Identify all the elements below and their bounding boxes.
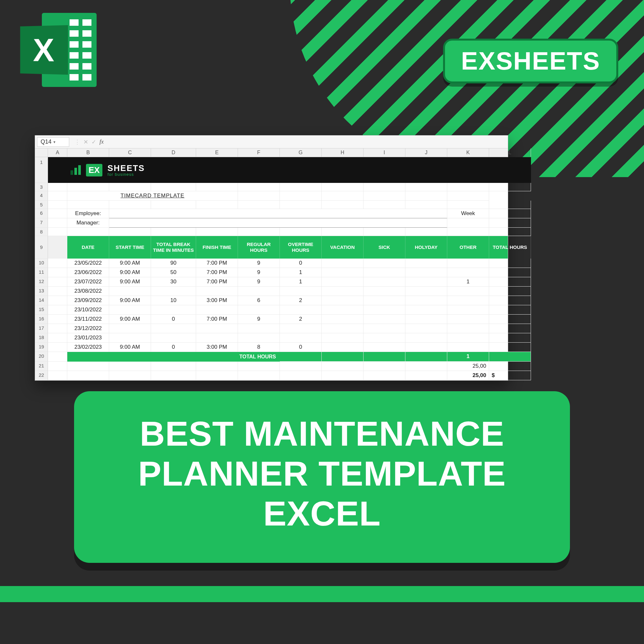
cell[interactable]	[196, 183, 238, 191]
cell-holyday[interactable]	[405, 343, 447, 352]
col-header[interactable]: J	[405, 148, 447, 157]
cell-date[interactable]: 23/01/2023	[67, 333, 109, 343]
row-number[interactable]: 4	[35, 191, 48, 201]
cell[interactable]	[238, 228, 280, 236]
cell-date[interactable]: 23/06/2022	[67, 268, 109, 277]
cell-holyday[interactable]	[405, 277, 447, 287]
name-box[interactable]: Q14 ▾	[37, 137, 69, 147]
cell[interactable]	[238, 201, 280, 209]
cell[interactable]	[322, 228, 364, 236]
cell-holyday[interactable]	[405, 287, 447, 296]
col-header[interactable]: K	[447, 148, 489, 157]
cell[interactable]	[109, 183, 151, 191]
cell-regular[interactable]	[238, 333, 280, 343]
cell[interactable]	[405, 352, 447, 362]
cell[interactable]	[280, 191, 322, 201]
cell[interactable]	[48, 371, 67, 380]
cell[interactable]	[447, 218, 489, 228]
cell-overtime[interactable]	[280, 333, 322, 343]
cell[interactable]	[48, 324, 67, 333]
col-header[interactable]: A	[48, 148, 67, 157]
cell-total[interactable]	[489, 333, 531, 343]
cell-vacation[interactable]	[322, 305, 364, 315]
cell-start[interactable]: 9:00 AM	[109, 268, 151, 277]
cell[interactable]	[322, 362, 364, 371]
cell[interactable]	[48, 277, 67, 287]
cell[interactable]	[48, 305, 67, 315]
cell[interactable]	[151, 183, 196, 191]
cell-regular[interactable]: 9	[238, 268, 280, 277]
cell-other[interactable]	[447, 343, 489, 352]
cell-finish[interactable]	[196, 324, 238, 333]
cell-vacation[interactable]	[322, 315, 364, 324]
cell-sick[interactable]	[364, 305, 405, 315]
cell-finish[interactable]	[196, 305, 238, 315]
cell-break[interactable]: 90	[151, 259, 196, 268]
cell[interactable]	[447, 191, 489, 201]
cell[interactable]	[109, 201, 151, 209]
cell-regular[interactable]: 6	[238, 296, 280, 305]
cell[interactable]	[109, 371, 151, 380]
cell-other[interactable]	[447, 333, 489, 343]
cell[interactable]	[48, 218, 67, 228]
cell-finish[interactable]	[196, 287, 238, 296]
cell-finish[interactable]	[196, 333, 238, 343]
manager-field[interactable]	[109, 218, 447, 228]
row-number[interactable]: 16	[35, 315, 48, 324]
cell[interactable]	[280, 362, 322, 371]
cell[interactable]	[48, 259, 67, 268]
cell-overtime[interactable]: 1	[280, 277, 322, 287]
cell[interactable]	[48, 209, 67, 218]
cell-other[interactable]	[447, 315, 489, 324]
cell-overtime[interactable]	[280, 305, 322, 315]
cell-vacation[interactable]	[322, 287, 364, 296]
cell-other[interactable]	[447, 296, 489, 305]
cancel-icon[interactable]: ✕	[83, 138, 88, 146]
amount-cell[interactable]: 25,00	[447, 371, 489, 380]
cell[interactable]	[151, 371, 196, 380]
cell-vacation[interactable]	[322, 343, 364, 352]
cell[interactable]	[48, 362, 67, 371]
row-number[interactable]: 20	[35, 352, 48, 362]
cell[interactable]	[238, 362, 280, 371]
cell-start[interactable]	[109, 333, 151, 343]
cell-other[interactable]	[447, 259, 489, 268]
cell-sick[interactable]	[364, 287, 405, 296]
row-number[interactable]: 7	[35, 218, 48, 228]
cell[interactable]	[151, 228, 196, 236]
cell[interactable]	[405, 183, 447, 191]
cell[interactable]	[151, 201, 196, 209]
cell[interactable]	[364, 352, 405, 362]
cell-break[interactable]: 10	[151, 296, 196, 305]
cell[interactable]	[196, 228, 238, 236]
cell-break[interactable]: 50	[151, 268, 196, 277]
cell-regular[interactable]	[238, 324, 280, 333]
cell[interactable]	[447, 228, 489, 236]
cell-total[interactable]	[489, 268, 531, 277]
cell-sick[interactable]	[364, 324, 405, 333]
cell-total[interactable]	[489, 296, 531, 305]
cell-regular[interactable]: 9	[238, 315, 280, 324]
cell-holyday[interactable]	[405, 296, 447, 305]
cell-finish[interactable]: 3:00 PM	[196, 296, 238, 305]
col-header[interactable]: I	[364, 148, 405, 157]
cell[interactable]	[67, 371, 109, 380]
cell[interactable]	[364, 371, 405, 380]
col-header[interactable]: E	[196, 148, 238, 157]
cell[interactable]	[322, 371, 364, 380]
cell-other[interactable]	[447, 268, 489, 277]
cell-start[interactable]: 9:00 AM	[109, 343, 151, 352]
cell[interactable]	[405, 228, 447, 236]
cell-break[interactable]: 0	[151, 315, 196, 324]
cell[interactable]	[364, 191, 405, 201]
cell-holyday[interactable]	[405, 315, 447, 324]
cell-break[interactable]	[151, 324, 196, 333]
cell-finish[interactable]: 7:00 PM	[196, 268, 238, 277]
cell-date[interactable]: 23/08/2022	[67, 287, 109, 296]
cell[interactable]	[280, 371, 322, 380]
cell[interactable]	[364, 362, 405, 371]
cell[interactable]	[48, 191, 67, 201]
cell[interactable]	[48, 315, 67, 324]
row-number[interactable]: 6	[35, 209, 48, 218]
cell[interactable]	[405, 371, 447, 380]
